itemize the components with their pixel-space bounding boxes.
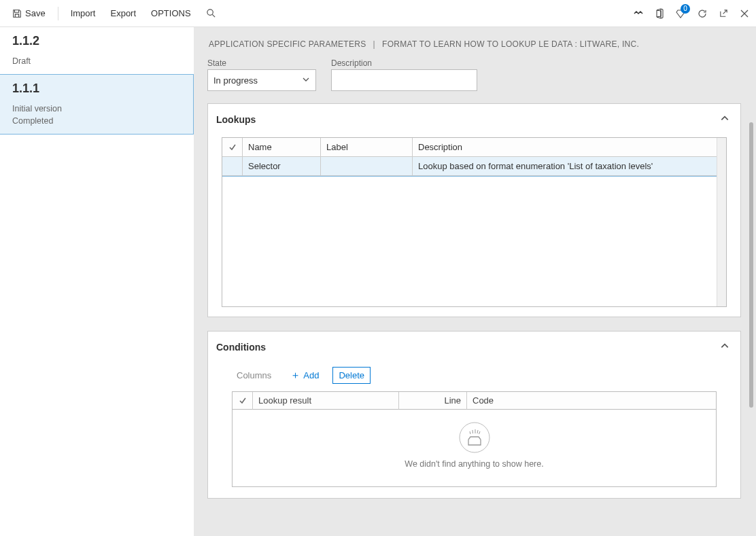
scrollbar[interactable] xyxy=(749,122,753,408)
grid-header-row: Name Label Description xyxy=(222,138,726,157)
lookups-row[interactable]: Selector Lookup based on format enumerat… xyxy=(222,156,726,177)
save-label: Save xyxy=(25,8,46,18)
version-number: 1.1.1 xyxy=(12,82,181,103)
add-button[interactable]: ＋ Add xyxy=(285,366,324,385)
row-name: Selector xyxy=(243,157,321,176)
export-button[interactable]: Export xyxy=(105,5,141,21)
popout-icon[interactable] xyxy=(719,8,729,18)
conditions-panel: Conditions Columns ＋ Add Delete xyxy=(207,331,741,499)
name-header[interactable]: Name xyxy=(243,138,321,157)
state-label: State xyxy=(207,58,316,68)
state-select[interactable]: In progress xyxy=(207,69,316,91)
lookups-header[interactable]: Lookups xyxy=(208,104,740,132)
notification-badge: 0 xyxy=(681,4,690,14)
columns-button[interactable]: Columns xyxy=(231,368,277,383)
office-icon[interactable] xyxy=(655,8,664,19)
search-button[interactable] xyxy=(201,5,222,21)
label-header[interactable]: Label xyxy=(321,138,413,157)
lookups-grid: Name Label Description Selector Lookup b… xyxy=(222,137,727,307)
breadcrumb-left: APPLICATION SPECIFIC PARAMETERS xyxy=(209,39,366,49)
cond-grid-header: Lookup result Line Code xyxy=(233,392,716,410)
lookups-title: Lookups xyxy=(216,114,256,125)
version-line: Initial version xyxy=(12,103,181,115)
breadcrumb: APPLICATION SPECIFIC PARAMETERS | FORMAT… xyxy=(207,27,741,58)
conditions-header[interactable]: Conditions xyxy=(208,332,740,359)
row-check[interactable] xyxy=(222,157,243,176)
version-item-111[interactable]: 1.1.1 Initial version Completed xyxy=(0,74,194,135)
toolbar-separator xyxy=(58,7,58,20)
svg-point-0 xyxy=(207,10,212,15)
svg-line-1 xyxy=(212,14,215,17)
breadcrumb-right: FORMAT TO LEARN HOW TO LOOKUP LE DATA : … xyxy=(382,39,639,49)
version-number: 1.1.2 xyxy=(12,34,182,55)
svg-point-2 xyxy=(460,423,489,452)
version-sidebar: 1.1.2 Draft 1.1.1 Initial version Comple… xyxy=(0,27,194,536)
conditions-grid: Lookup result Line Code xyxy=(232,391,717,487)
empty-message: We didn't find anything to show here. xyxy=(233,459,716,469)
save-icon xyxy=(12,9,22,18)
chevron-down-icon xyxy=(302,75,310,86)
cond-code-header[interactable]: Code xyxy=(467,392,716,410)
save-button[interactable]: Save xyxy=(7,5,51,21)
row-desc: Lookup based on format enumeration 'List… xyxy=(413,157,725,176)
conditions-title: Conditions xyxy=(216,342,266,353)
svg-line-4 xyxy=(472,430,473,433)
gem-icon[interactable]: 0 xyxy=(675,8,686,19)
connector-icon[interactable] xyxy=(633,10,644,18)
lookups-panel: Lookups Name Label Description Selector xyxy=(207,103,741,317)
desc-header[interactable]: Description xyxy=(413,138,726,157)
svg-line-3 xyxy=(470,431,470,434)
row-label xyxy=(321,157,413,176)
grid-scrollbar[interactable] xyxy=(717,138,726,306)
check-header[interactable] xyxy=(222,138,243,157)
cond-check-header[interactable] xyxy=(233,392,253,410)
cond-line-header[interactable]: Line xyxy=(399,392,467,410)
description-label: Description xyxy=(331,58,477,68)
version-status: Completed xyxy=(12,115,181,127)
delete-button[interactable]: Delete xyxy=(332,367,371,384)
refresh-icon[interactable] xyxy=(697,8,708,19)
breadcrumb-separator: | xyxy=(366,39,382,49)
version-status: Draft xyxy=(12,55,182,67)
top-toolbar: Save Import Export OPTIONS 0 xyxy=(0,0,756,27)
svg-line-7 xyxy=(479,431,480,434)
empty-folder-icon xyxy=(233,422,716,455)
import-button[interactable]: Import xyxy=(65,5,101,21)
version-item-112[interactable]: 1.1.2 Draft xyxy=(0,27,194,74)
description-input[interactable] xyxy=(331,69,477,91)
content-area: APPLICATION SPECIFIC PARAMETERS | FORMAT… xyxy=(194,27,756,536)
options-button[interactable]: OPTIONS xyxy=(145,5,196,21)
empty-state: We didn't find anything to show here. xyxy=(233,410,716,486)
state-value: In progress xyxy=(213,75,258,86)
plus-icon: ＋ xyxy=(290,369,300,382)
close-icon[interactable] xyxy=(740,9,749,18)
svg-line-6 xyxy=(477,430,478,433)
chevron-up-icon xyxy=(720,341,729,353)
cond-lookup-header[interactable]: Lookup result xyxy=(253,392,399,410)
chevron-up-icon xyxy=(720,113,729,125)
